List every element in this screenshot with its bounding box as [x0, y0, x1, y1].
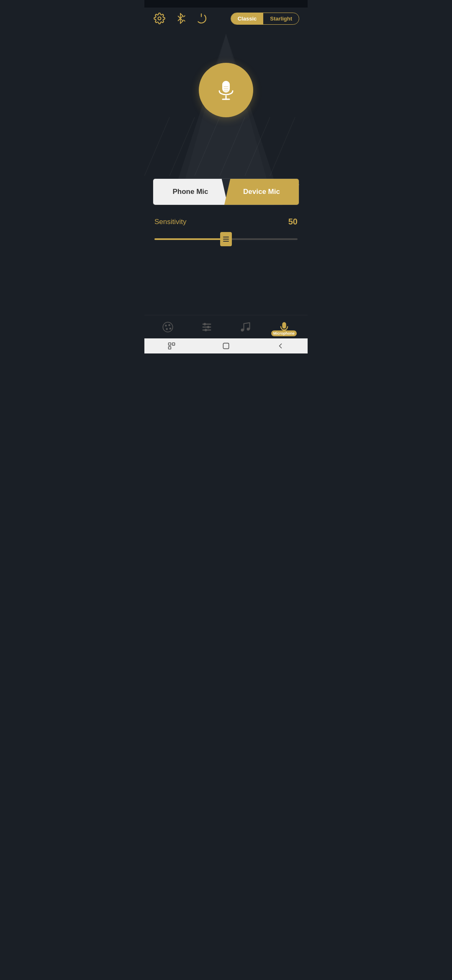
- header: Classic Starlight: [144, 8, 308, 29]
- sensitivity-label: Sensitivity: [154, 218, 187, 226]
- svg-point-17: [170, 328, 172, 330]
- bottom-nav: Microphone: [144, 315, 308, 338]
- thumb-line-2: [223, 239, 229, 240]
- slider-thumb[interactable]: [220, 232, 232, 246]
- device-mic-button[interactable]: Device Mic: [224, 179, 299, 205]
- nav-themes[interactable]: [156, 317, 180, 337]
- starlight-theme-button[interactable]: Starlight: [263, 13, 299, 24]
- svg-point-16: [168, 324, 170, 326]
- mixer-icon: [201, 321, 213, 333]
- slider-thumb-lines: [223, 237, 229, 242]
- recent-apps-icon: [167, 342, 176, 350]
- svg-rect-30: [169, 343, 171, 346]
- svg-rect-32: [169, 347, 171, 349]
- svg-line-12: [245, 117, 270, 176]
- back-icon: [276, 342, 285, 350]
- svg-line-13: [270, 117, 295, 176]
- svg-rect-33: [223, 343, 229, 348]
- theme-toggle-container: Classic Starlight: [231, 13, 299, 25]
- sensitivity-header: Sensitivity 50: [154, 217, 298, 227]
- music-icon: [239, 321, 251, 333]
- svg-line-9: [170, 117, 195, 176]
- main-area: 1 Phone Mic Device Mic Sensitivity 50: [144, 29, 308, 247]
- svg-point-14: [163, 322, 173, 332]
- nav-music[interactable]: [234, 317, 257, 337]
- gear-icon: [154, 13, 165, 24]
- svg-point-22: [203, 323, 206, 325]
- home-icon: [222, 342, 230, 350]
- svg-line-8: [144, 117, 170, 176]
- header-left-icons: [153, 12, 208, 25]
- mic-icon: [213, 77, 239, 103]
- mic-selector-section: 1 Phone Mic Device Mic: [144, 178, 308, 205]
- thumb-line-3: [223, 241, 229, 242]
- mic-active-badge: Microphone: [271, 330, 297, 336]
- nav-settings[interactable]: [195, 317, 218, 337]
- status-bar: [144, 0, 308, 8]
- system-nav: [144, 338, 308, 353]
- recent-apps-button[interactable]: [165, 339, 178, 353]
- sensitivity-slider[interactable]: [154, 232, 298, 247]
- nav-mic[interactable]: Microphone: [272, 317, 296, 337]
- svg-point-18: [166, 328, 168, 330]
- mic-selector: Phone Mic Device Mic: [153, 178, 299, 205]
- svg-point-24: [205, 329, 207, 331]
- svg-point-15: [165, 325, 167, 327]
- svg-line-10: [195, 117, 220, 176]
- mid-spacer: [144, 117, 308, 176]
- palette-icon: [162, 321, 174, 333]
- power-button[interactable]: [195, 12, 208, 25]
- classic-theme-button[interactable]: Classic: [231, 13, 264, 24]
- svg-point-23: [207, 326, 209, 328]
- svg-rect-31: [172, 343, 175, 346]
- sensitivity-value: 50: [288, 217, 298, 227]
- power-icon: [196, 13, 207, 24]
- settings-button[interactable]: [153, 12, 166, 25]
- svg-line-11: [220, 117, 245, 176]
- mic-button[interactable]: [199, 63, 253, 117]
- thumb-line-1: [223, 237, 229, 237]
- slider-fill: [154, 238, 226, 240]
- bluetooth-button[interactable]: [174, 12, 187, 25]
- theme-toggle[interactable]: Classic Starlight: [231, 13, 299, 25]
- sensitivity-section: Sensitivity 50: [144, 217, 308, 247]
- back-button[interactable]: [274, 339, 287, 353]
- phone-mic-button[interactable]: Phone Mic: [153, 179, 228, 205]
- device-mic-label: Device Mic: [243, 188, 280, 196]
- svg-rect-27: [282, 322, 286, 328]
- home-button[interactable]: [219, 339, 233, 353]
- phone-mic-label: Phone Mic: [172, 188, 208, 196]
- svg-point-25: [241, 328, 244, 331]
- bluetooth-icon: [175, 13, 186, 24]
- svg-point-26: [247, 328, 250, 330]
